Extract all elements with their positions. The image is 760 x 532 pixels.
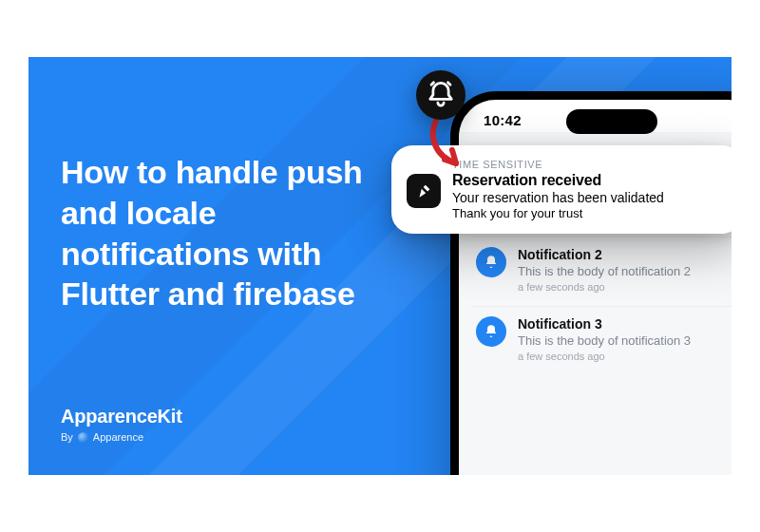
notification-time: a few seconds ago [518,281,732,293]
notification-app-icon [476,316,506,347]
brand-logo-icon [78,432,88,443]
notification-app-icon [476,247,506,277]
toast-category: TIME SENSITIVE [452,159,726,170]
toast-content: TIME SENSITIVE Reservation received Your… [452,159,726,220]
page-title: How to handle push and locale notificati… [61,152,393,314]
brand-byline: By Apparence [61,431,182,443]
notification-body: This is the body of notification 2 [518,264,732,278]
notification-title: Notification 2 [518,247,732,262]
bell-icon [427,79,455,111]
toast-title: Reservation received [452,172,726,189]
notification-time: a few seconds ago [518,351,732,362]
bell-badge [416,70,466,120]
toast-body: Your reservation has been validated [452,190,726,205]
status-time: 10:42 [484,112,522,128]
push-notification-toast[interactable]: TIME SENSITIVE Reservation received Your… [391,145,732,234]
list-item[interactable]: Notification 3 This is the body of notif… [472,306,732,375]
toast-footer: Thank you for your trust [452,206,726,220]
brand-block: ApparenceKit By Apparence [61,406,182,443]
notification-texts: Notification 2 This is the body of notif… [518,247,732,293]
brand-name: ApparenceKit [61,406,182,428]
byline-prefix: By [61,431,73,443]
notification-texts: Notification 3 This is the body of notif… [518,316,732,362]
notification-body: This is the body of notification 3 [518,333,732,348]
list-item[interactable]: Notification 2 This is the body of notif… [472,237,732,306]
hero-banner: How to handle push and locale notificati… [28,57,732,475]
dynamic-island [566,109,657,134]
toast-app-icon [407,174,441,208]
notification-title: Notification 3 [518,316,732,332]
byline-name: Apparence [93,431,143,443]
